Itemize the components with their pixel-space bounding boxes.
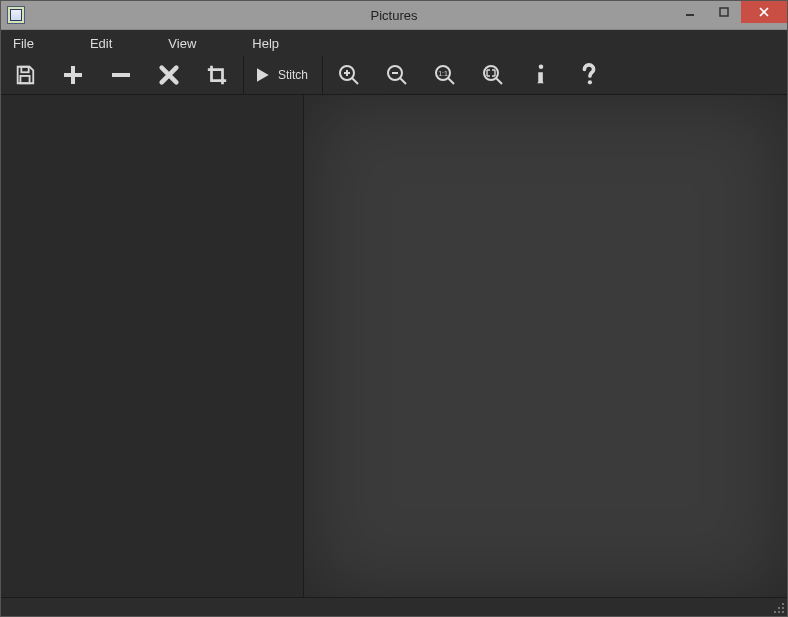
main-area <box>1 95 787 597</box>
add-button[interactable] <box>49 56 97 94</box>
svg-rect-5 <box>20 76 29 83</box>
menu-help[interactable]: Help <box>246 33 285 54</box>
window-title: Pictures <box>1 8 787 23</box>
svg-point-22 <box>588 80 592 84</box>
svg-point-25 <box>782 607 784 609</box>
canvas-area[interactable] <box>304 95 787 597</box>
title-bar: Pictures <box>1 1 787 30</box>
zoom-1to1-icon: 1:1 <box>433 63 457 87</box>
status-bar <box>1 597 787 616</box>
tool-group-file <box>1 56 241 94</box>
stitch-label: Stitch <box>278 68 308 82</box>
tool-group-action: Stitch <box>246 56 320 94</box>
side-panel[interactable] <box>1 95 304 597</box>
save-button[interactable] <box>1 56 49 94</box>
maximize-icon <box>719 7 729 17</box>
svg-point-23 <box>782 611 784 613</box>
zoom-fit-icon <box>481 63 505 87</box>
svg-rect-8 <box>112 73 130 77</box>
toolbar-separator <box>243 56 244 94</box>
svg-line-10 <box>352 78 358 84</box>
tool-group-zoom: 1:1 <box>325 56 517 94</box>
svg-line-17 <box>448 78 454 84</box>
svg-line-20 <box>496 78 502 84</box>
menu-bar: File Edit View Help <box>1 30 787 56</box>
zoom-out-icon <box>385 63 409 87</box>
zoom-in-button[interactable] <box>325 56 373 94</box>
delete-button[interactable] <box>145 56 193 94</box>
zoom-1to1-button[interactable]: 1:1 <box>421 56 469 94</box>
info-button[interactable] <box>517 56 565 94</box>
svg-point-21 <box>539 64 544 69</box>
menu-file[interactable]: File <box>7 33 40 54</box>
stitch-button[interactable]: Stitch <box>246 56 320 94</box>
window-controls <box>673 1 787 23</box>
menu-edit[interactable]: Edit <box>84 33 118 54</box>
svg-point-27 <box>778 607 780 609</box>
tool-group-info <box>517 56 613 94</box>
svg-text:1:1: 1:1 <box>438 70 448 77</box>
crop-button[interactable] <box>193 56 241 94</box>
svg-rect-1 <box>720 8 728 16</box>
menu-view[interactable]: View <box>162 33 202 54</box>
maximize-button[interactable] <box>707 1 741 23</box>
resize-grip[interactable] <box>771 600 785 614</box>
svg-rect-4 <box>21 67 28 73</box>
toolbar-separator <box>322 56 323 94</box>
toolbar: Stitch <box>1 56 787 95</box>
x-icon <box>158 64 180 86</box>
svg-point-26 <box>774 611 776 613</box>
svg-point-28 <box>782 603 784 605</box>
close-icon <box>758 6 770 18</box>
help-button[interactable] <box>565 56 613 94</box>
save-icon <box>14 64 36 86</box>
app-icon <box>7 6 25 24</box>
svg-line-14 <box>400 78 406 84</box>
zoom-fit-button[interactable] <box>469 56 517 94</box>
app-window: Pictures File Edit View Help <box>0 0 788 617</box>
svg-point-19 <box>484 66 498 80</box>
close-button[interactable] <box>741 1 787 23</box>
minus-icon <box>109 63 133 87</box>
resize-grip-icon <box>773 602 785 614</box>
svg-rect-7 <box>64 73 82 77</box>
svg-point-24 <box>778 611 780 613</box>
remove-button[interactable] <box>97 56 145 94</box>
play-icon <box>252 65 272 85</box>
minimize-icon <box>685 7 695 17</box>
plus-icon <box>61 63 85 87</box>
crop-icon <box>206 64 228 86</box>
zoom-in-icon <box>337 63 361 87</box>
zoom-out-button[interactable] <box>373 56 421 94</box>
question-icon <box>578 62 600 88</box>
minimize-button[interactable] <box>673 1 707 23</box>
info-icon <box>530 62 552 88</box>
